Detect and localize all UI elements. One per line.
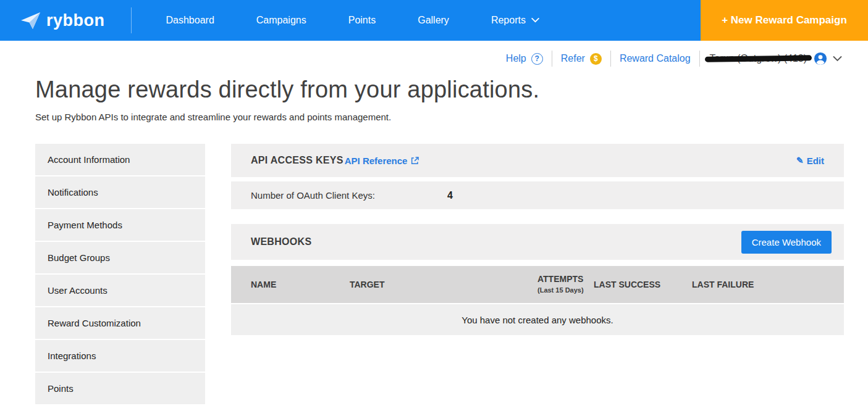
user-menu-chevron-down-icon: [833, 56, 842, 62]
page-title: Manage rewards directly from your applic…: [35, 77, 843, 103]
main-panel: API ACCESS KEYS API Reference ✎ Edit Num…: [231, 144, 844, 405]
sidebar-item-notifications[interactable]: Notifications: [35, 176, 205, 208]
page-subtitle: Set up Rybbon APIs to integrate and stre…: [35, 112, 843, 122]
api-access-keys-header: API ACCESS KEYS API Reference ✎ Edit: [231, 144, 844, 177]
utility-divider: [552, 51, 552, 67]
nav-item-reports[interactable]: Reports: [470, 0, 560, 41]
avatar-icon: [814, 52, 827, 65]
api-access-keys-title: API ACCESS KEYS: [251, 155, 343, 166]
webhooks-title: WEBHOOKS: [251, 236, 311, 247]
primary-nav: Dashboard Campaigns Points Gallery Repor…: [145, 0, 560, 41]
column-header-last-success: LAST SUCCESS: [594, 280, 692, 289]
api-reference-link[interactable]: API Reference: [345, 156, 419, 166]
reward-catalog-link[interactable]: Reward Catalog: [620, 53, 691, 64]
create-webhook-button[interactable]: Create Webhook: [741, 231, 832, 254]
top-navigation-bar: rybbon Dashboard Campaigns Points Galler…: [0, 0, 868, 41]
reward-catalog-label: Reward Catalog: [620, 53, 691, 64]
page-header: Manage rewards directly from your applic…: [0, 77, 868, 122]
refer-link[interactable]: Refer $: [561, 53, 602, 65]
sidebar-item-payment-methods[interactable]: Payment Methods: [35, 209, 205, 241]
column-header-attempts-label: ATTEMPTS: [537, 274, 583, 284]
api-reference-label: API Reference: [345, 156, 408, 166]
help-link[interactable]: Help ?: [506, 53, 543, 65]
refer-dollar-icon: $: [590, 53, 602, 65]
brand-logo[interactable]: rybbon: [21, 11, 105, 30]
user-name: Tarun (Outgrow) (413): [709, 53, 808, 64]
webhooks-header: WEBHOOKS Create Webhook: [231, 224, 844, 260]
sidebar-item-user-accounts[interactable]: User Accounts: [35, 275, 205, 306]
column-header-target: TARGET: [350, 280, 537, 289]
paper-plane-icon: [21, 12, 40, 29]
nav-item-points[interactable]: Points: [327, 0, 397, 41]
oauth-keys-label: Number of OAuth Client Keys:: [251, 190, 447, 201]
utility-divider: [699, 51, 700, 67]
user-account-menu[interactable]: Tarun (Outgrow) (413): [709, 52, 842, 65]
nav-item-reports-label: Reports: [491, 0, 526, 41]
help-question-icon: ?: [531, 53, 543, 65]
content-area: Account Information Notifications Paymen…: [0, 144, 868, 405]
edit-label: Edit: [807, 156, 824, 166]
sidebar-item-budget-groups[interactable]: Budget Groups: [35, 242, 205, 273]
help-label: Help: [506, 53, 526, 64]
column-header-last-failure: LAST FAILURE: [692, 280, 824, 289]
sidebar-item-account-information[interactable]: Account Information: [35, 144, 205, 175]
external-link-icon: [411, 157, 419, 165]
refer-label: Refer: [561, 53, 585, 64]
oauth-keys-row: Number of OAuth Client Keys: 4: [231, 181, 844, 209]
chevron-down-icon: [531, 18, 539, 23]
pencil-icon: ✎: [796, 156, 804, 165]
edit-button[interactable]: ✎ Edit: [796, 156, 824, 166]
nav-item-gallery[interactable]: Gallery: [397, 0, 470, 41]
column-header-name: NAME: [251, 280, 350, 289]
sidebar-item-integrations[interactable]: Integrations: [35, 340, 205, 372]
oauth-keys-count: 4: [447, 190, 453, 201]
nav-divider: [131, 7, 132, 33]
utility-bar: Help ? Refer $ Reward Catalog Tarun (Out…: [0, 41, 868, 77]
brand-name: rybbon: [46, 11, 105, 30]
webhooks-table-header: NAME TARGET ATTEMPTS (Last 15 Days) LAST…: [231, 266, 844, 303]
nav-item-dashboard[interactable]: Dashboard: [145, 0, 235, 41]
utility-divider: [610, 51, 611, 67]
nav-item-campaigns[interactable]: Campaigns: [235, 0, 327, 41]
settings-sidebar: Account Information Notifications Paymen…: [35, 144, 205, 405]
sidebar-item-reward-customization[interactable]: Reward Customization: [35, 307, 205, 339]
column-header-attempts-subtext: (Last 15 Days): [537, 286, 584, 294]
sidebar-item-points[interactable]: Points: [35, 373, 205, 404]
new-reward-campaign-button[interactable]: + New Reward Campaign: [701, 0, 868, 41]
webhooks-empty-message: You have not created any webhooks.: [231, 304, 844, 335]
column-header-attempts: ATTEMPTS (Last 15 Days): [537, 274, 594, 296]
